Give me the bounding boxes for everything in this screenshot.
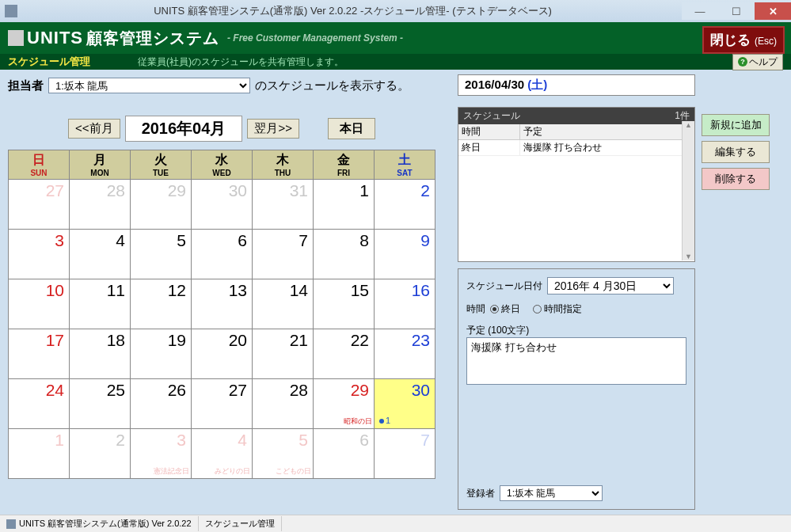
calendar-day[interactable]: 20 — [192, 329, 253, 379]
calendar-day[interactable]: 4 — [70, 230, 131, 279]
brand-subtitle: - Free Customer Management System - — [227, 32, 403, 44]
help-label: ヘルプ — [749, 55, 778, 69]
calendar-body: 2728293031123456789101112131415161718192… — [8, 180, 435, 479]
calendar-day[interactable]: 24 — [9, 379, 70, 429]
form-reg-row: 登録者 1:坂本 龍馬 — [466, 485, 686, 501]
weekday-header: 水WED — [192, 150, 253, 180]
calendar-day[interactable]: 2 — [375, 180, 435, 230]
schedule-rows[interactable]: 終日海援隊 打ち合わせ — [458, 140, 694, 261]
calendar-day[interactable]: 18 — [70, 329, 131, 379]
scrollbar[interactable]: ▲▼ — [682, 121, 694, 260]
calendar-day[interactable]: 1 — [9, 429, 70, 479]
col-plan: 予定 — [520, 124, 694, 139]
calendar-day[interactable]: 15 — [314, 279, 375, 329]
section-title: スケジュール管理 — [8, 55, 90, 69]
calendar-day[interactable]: 26 — [131, 379, 192, 429]
form-plan-label: 予定 (100文字) — [466, 325, 529, 336]
month-display: 2016年04月 — [125, 116, 243, 142]
calendar-day[interactable]: 2 — [70, 429, 131, 479]
person-label: 担当者 — [8, 78, 44, 93]
calendar-day[interactable]: 16 — [375, 279, 435, 329]
form-reg-label: 登録者 — [466, 487, 495, 500]
calendar-day[interactable]: 13 — [192, 279, 253, 329]
calendar-day[interactable]: 27 — [9, 180, 70, 230]
help-icon: ? — [738, 57, 747, 66]
calendar-day[interactable]: 14 — [253, 279, 314, 329]
status-item-1[interactable]: UNITS 顧客管理システム(通常版) Ver 2.0.22 — [0, 516, 199, 531]
calendar-day[interactable]: 23 — [375, 329, 435, 379]
calendar-day[interactable]: 29昭和の日 — [314, 379, 375, 429]
calendar-day[interactable]: 21 — [253, 329, 314, 379]
help-button[interactable]: ? ヘルプ — [732, 54, 783, 70]
app-header: UNITS 顧客管理システム - Free Customer Managemen… — [0, 22, 791, 54]
calendar-day[interactable]: 30 — [192, 180, 253, 230]
calendar-day[interactable]: 1 — [314, 180, 375, 230]
calendar-day[interactable]: 10 — [9, 279, 70, 329]
window-close-button[interactable]: ✕ — [755, 2, 791, 20]
next-month-button[interactable]: 翌月>> — [247, 119, 299, 139]
calendar-day[interactable]: 4みどりの日 — [192, 429, 253, 479]
calendar-day[interactable]: 27 — [192, 379, 253, 429]
col-time: 時間 — [458, 124, 520, 139]
calendar-day[interactable]: 8 — [314, 230, 375, 279]
calendar-day[interactable]: 28 — [70, 180, 131, 230]
window-title: UNITS 顧客管理システム(通常版) Ver 2.0.22 -スケジュール管理… — [24, 4, 682, 18]
edit-button[interactable]: 編集する — [702, 141, 770, 163]
schedule-row[interactable]: 終日海援隊 打ち合わせ — [458, 140, 694, 156]
calendar-day[interactable]: 9 — [375, 230, 435, 279]
calendar-day[interactable]: 11 — [70, 279, 131, 329]
prev-month-button[interactable]: <<前月 — [68, 119, 120, 139]
calendar-day[interactable]: 31 — [253, 180, 314, 230]
form-plan-row: 予定 (100文字) 海援隊 打ち合わせ — [466, 324, 686, 385]
action-column: 新規に追加 編集する 削除する — [700, 70, 773, 515]
selected-dow: (土) — [527, 78, 547, 91]
close-esc: (Esc) — [755, 36, 777, 47]
close-button[interactable]: 閉じる (Esc) — [702, 26, 785, 54]
registrant-select[interactable]: 1:坂本 龍馬 — [500, 485, 603, 501]
calendar-day[interactable]: 25 — [70, 379, 131, 429]
calendar-header: 日SUN月MON火TUE水WED木THU金FRI土SAT — [8, 150, 435, 180]
delete-button[interactable]: 削除する — [702, 168, 770, 190]
schedule-titlebar: スケジュール 1件 — [458, 108, 694, 124]
subheader: スケジュール管理 従業員(社員)のスケジュールを共有管理します。 ? ヘルプ — [0, 54, 791, 70]
calendar-day[interactable]: 19 — [131, 329, 192, 379]
calendar-day[interactable]: 301 — [375, 379, 435, 429]
radio-allday[interactable]: 終日 — [490, 302, 520, 316]
calendar-day[interactable]: 5こどもの日 — [253, 429, 314, 479]
form-time-row: 時間 終日 時間指定 — [466, 302, 686, 316]
calendar-day[interactable]: 6 — [192, 230, 253, 279]
calendar-day[interactable]: 17 — [9, 329, 70, 379]
status-icon — [6, 519, 16, 529]
weekday-header: 土SAT — [375, 150, 435, 180]
calendar-day[interactable]: 3憲法記念日 — [131, 429, 192, 479]
weekday-header: 火TUE — [131, 150, 192, 180]
maximize-button[interactable]: ☐ — [718, 2, 755, 20]
calendar-day[interactable]: 6 — [314, 429, 375, 479]
person-select[interactable]: 1:坂本 龍馬 — [48, 78, 250, 93]
calendar: 日SUN月MON火TUE水WED木THU金FRI土SAT 27282930311… — [8, 150, 435, 479]
calendar-day[interactable]: 29 — [131, 180, 192, 230]
plan-textarea[interactable]: 海援隊 打ち合わせ — [466, 337, 686, 385]
calendar-day[interactable]: 22 — [314, 329, 375, 379]
window-titlebar: UNITS 顧客管理システム(通常版) Ver 2.0.22 -スケジュール管理… — [0, 0, 791, 22]
calendar-day[interactable]: 7 — [375, 429, 435, 479]
minimize-button[interactable]: — — [682, 2, 718, 20]
weekday-header: 木THU — [253, 150, 314, 180]
close-label: 閉じる — [710, 32, 751, 48]
calendar-day[interactable]: 5 — [131, 230, 192, 279]
form-date-row: スケジュール日付 2016年 4 月30日 — [466, 277, 686, 294]
today-button[interactable]: 本日 — [328, 118, 375, 139]
status-item-2[interactable]: スケジュール管理 — [199, 516, 282, 531]
calendar-day[interactable]: 3 — [9, 230, 70, 279]
add-button[interactable]: 新規に追加 — [702, 114, 770, 136]
selected-date: 2016/04/30 — [465, 78, 524, 91]
calendar-day[interactable]: 28 — [253, 379, 314, 429]
right-group: 2016/04/30 (土) スケジュール 1件 時間 予定 終日海援隊 打ち合… — [443, 70, 791, 515]
robot-icon — [8, 30, 24, 46]
app-icon — [5, 5, 17, 17]
calendar-day[interactable]: 7 — [253, 230, 314, 279]
radio-timed[interactable]: 時間指定 — [533, 302, 582, 316]
person-row: 担当者 1:坂本 龍馬 のスケジュールを表示する。 — [8, 78, 435, 93]
schedule-date-select[interactable]: 2016年 4 月30日 — [547, 277, 674, 294]
calendar-day[interactable]: 12 — [131, 279, 192, 329]
